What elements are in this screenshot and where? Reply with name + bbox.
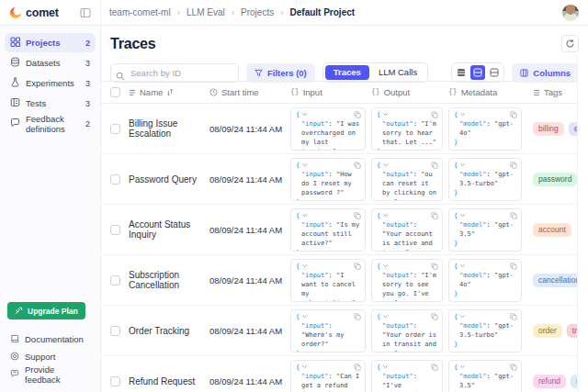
- metadata-json-cell[interactable]: {"model": "gpt-3.5"}: [448, 208, 522, 252]
- input-json-cell[interactable]: {"input": "Where's my order?"}: [290, 309, 366, 353]
- trace-name[interactable]: Billing Issue Escalation: [129, 118, 209, 139]
- comet-logo[interactable]: comet: [9, 6, 59, 19]
- expand-chevron-icon[interactable]: [301, 364, 308, 370]
- metadata-json-cell[interactable]: {"model": "gpt-3.5"}: [448, 360, 522, 392]
- user-avatar[interactable]: [562, 5, 579, 21]
- expand-chevron-icon[interactable]: [382, 263, 389, 269]
- tag-chip[interactable]: password: [533, 173, 577, 186]
- expand-chevron-icon[interactable]: [459, 162, 466, 168]
- copy-icon[interactable]: [354, 364, 361, 371]
- expand-chevron-icon[interactable]: [301, 212, 308, 218]
- sidebar-item-documentation[interactable]: Documentation: [5, 330, 96, 348]
- sidebar-item-feedback-definitions[interactable]: Feedback definitions2: [5, 114, 96, 133]
- output-json-cell[interactable]: {"output": "I've submitted your refund r…: [371, 360, 443, 392]
- copy-icon[interactable]: [354, 111, 361, 118]
- expand-chevron-icon[interactable]: [382, 313, 389, 319]
- filters-button[interactable]: Filters (0): [246, 63, 315, 83]
- sidebar-item-support[interactable]: Support: [5, 348, 96, 365]
- output-json-cell[interactable]: {"output": "I'm sorry to hear that. Let …: [371, 107, 443, 151]
- row-checkbox[interactable]: [110, 174, 120, 185]
- sort-icon[interactable]: [166, 88, 174, 96]
- column-header-name[interactable]: Name: [129, 87, 209, 97]
- copy-icon[interactable]: [510, 364, 517, 371]
- copy-icon[interactable]: [354, 263, 361, 270]
- breadcrumb-item[interactable]: Projects: [241, 7, 274, 17]
- table-row[interactable]: Order Tracking08/09/24 11:44 AM{"input":…: [101, 306, 588, 356]
- breadcrumb-item[interactable]: LLM Eval: [187, 7, 225, 17]
- trace-name[interactable]: Refund Request: [129, 376, 209, 386]
- expand-chevron-icon[interactable]: [459, 364, 466, 370]
- table-row[interactable]: Refund Request08/09/24 11:44 AM{"input":…: [101, 356, 588, 392]
- output-json-cell[interactable]: {"output": "Your account is active and i…: [371, 208, 443, 252]
- copy-icon[interactable]: [431, 263, 438, 270]
- expand-chevron-icon[interactable]: [459, 263, 466, 269]
- expand-chevron-icon[interactable]: [301, 313, 308, 319]
- select-all-checkbox[interactable]: [110, 87, 120, 97]
- tab-llm-calls[interactable]: LLM Calls: [370, 65, 425, 80]
- metadata-json-cell[interactable]: {"model": "gpt-3.5-turbo"}: [448, 158, 522, 201]
- output-json-cell[interactable]: {"output": "ou can reset it by clicking …: [371, 158, 443, 201]
- copy-icon[interactable]: [354, 212, 361, 219]
- table-row[interactable]: Password Query08/09/24 11:44 AM{"input":…: [101, 154, 588, 205]
- upgrade-plan-button[interactable]: Upgrade Plan: [7, 302, 85, 319]
- input-json-cell[interactable]: {"input": "I was overcharged on my last …: [290, 107, 366, 151]
- copy-icon[interactable]: [510, 263, 517, 270]
- tag-chip[interactable]: billing: [533, 122, 564, 136]
- row-checkbox[interactable]: [110, 275, 120, 286]
- search-input[interactable]: [110, 63, 239, 83]
- sidebar-collapse-icon[interactable]: [80, 6, 92, 18]
- copy-icon[interactable]: [431, 162, 438, 169]
- copy-icon[interactable]: [510, 111, 517, 118]
- copy-icon[interactable]: [510, 162, 517, 169]
- sidebar-item-projects[interactable]: Projects2: [5, 33, 96, 52]
- trace-name[interactable]: Account Status Inquiry: [129, 219, 209, 240]
- density-small-button[interactable]: [454, 65, 469, 80]
- columns-button[interactable]: Columns: [512, 63, 579, 83]
- table-row[interactable]: Account Status Inquiry08/09/24 11:44 AM{…: [101, 205, 588, 255]
- input-json-cell[interactable]: {"input": "I want to cancel my subscript…: [290, 259, 366, 302]
- expand-chevron-icon[interactable]: [382, 364, 389, 370]
- row-checkbox[interactable]: [110, 326, 120, 336]
- trace-name[interactable]: Subscription Cancellation: [129, 270, 209, 290]
- input-json-cell[interactable]: {"input": "Can I get a refund for my las…: [290, 360, 366, 392]
- output-json-cell[interactable]: {"output": "I'm sorry to see you go. I'v…: [371, 259, 443, 302]
- row-checkbox[interactable]: [110, 376, 120, 386]
- copy-icon[interactable]: [431, 111, 438, 118]
- expand-chevron-icon[interactable]: [301, 162, 308, 168]
- metadata-json-cell[interactable]: {"model": "gpt-3.5-turbo"}: [448, 309, 522, 353]
- density-medium-button[interactable]: [470, 65, 485, 80]
- tag-chip[interactable]: refund: [533, 375, 566, 388]
- copy-icon[interactable]: [431, 364, 438, 371]
- sidebar-item-experiments[interactable]: Experiments3: [5, 73, 96, 93]
- sidebar-item-datasets[interactable]: Datasets3: [5, 53, 96, 73]
- expand-chevron-icon[interactable]: [382, 111, 389, 118]
- row-checkbox[interactable]: [110, 225, 120, 235]
- trace-name[interactable]: Order Tracking: [129, 326, 209, 336]
- row-checkbox[interactable]: [110, 124, 120, 134]
- copy-icon[interactable]: [510, 313, 517, 320]
- breadcrumb-item[interactable]: team-comet-ml: [109, 7, 171, 17]
- copy-icon[interactable]: [354, 162, 361, 169]
- metadata-json-cell[interactable]: {"model": "gpt-4o"}: [448, 259, 522, 302]
- table-row[interactable]: Subscription Cancellation08/09/24 11:44 …: [101, 255, 588, 306]
- input-json-cell[interactable]: {"input": "How do I reset my password ?"…: [290, 158, 366, 201]
- density-large-button[interactable]: [487, 65, 502, 80]
- table-row[interactable]: Billing Issue Escalation08/09/24 11:44 A…: [101, 104, 588, 154]
- copy-icon[interactable]: [431, 212, 438, 219]
- expand-chevron-icon[interactable]: [459, 111, 466, 118]
- copy-icon[interactable]: [431, 313, 438, 320]
- trace-name[interactable]: Password Query: [129, 174, 209, 185]
- expand-chevron-icon[interactable]: [382, 162, 389, 168]
- copy-icon[interactable]: [510, 212, 517, 219]
- input-json-cell[interactable]: {"input": "Is my account still active?"}: [290, 208, 366, 252]
- copy-icon[interactable]: [354, 313, 361, 320]
- tag-chip[interactable]: order: [533, 324, 562, 338]
- tag-chip[interactable]: account: [533, 223, 571, 237]
- expand-chevron-icon[interactable]: [301, 111, 308, 118]
- refresh-button[interactable]: [561, 35, 579, 52]
- expand-chevron-icon[interactable]: [301, 263, 308, 269]
- output-json-cell[interactable]: {"output": "Your order is in transit and…: [371, 309, 443, 353]
- vertical-scrollbar[interactable]: [577, 55, 588, 392]
- expand-chevron-icon[interactable]: [382, 212, 389, 218]
- tab-traces[interactable]: Traces: [325, 65, 369, 80]
